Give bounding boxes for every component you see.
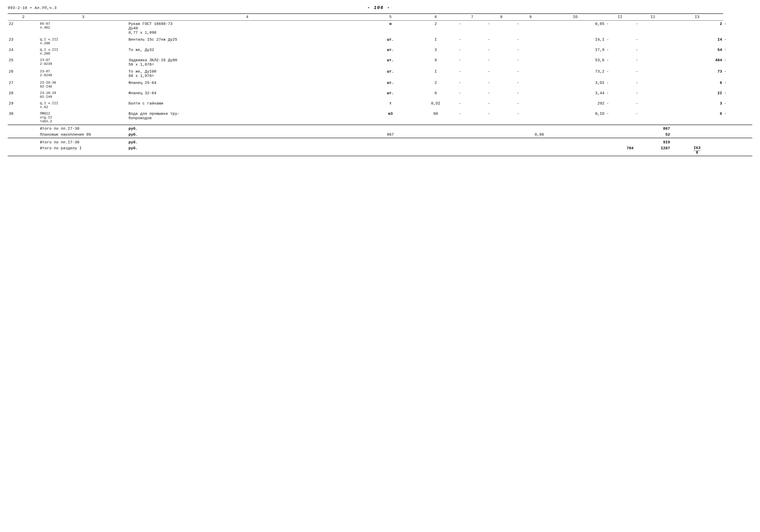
table-cell: - [487, 21, 516, 36]
table-cell: шт. [367, 68, 414, 79]
table-cell: - [487, 100, 516, 111]
header-center: - 106 - [367, 5, 390, 10]
table-cell: шт. [367, 47, 414, 57]
table-cell: 3,44 [545, 90, 605, 100]
table-cell: Вентиль I5с 27нж Ду25 [127, 36, 367, 47]
total-c8-2 [516, 146, 545, 156]
table-cell: 6 [414, 90, 457, 100]
fraction: I63 8 [693, 146, 700, 155]
table-cell: 60 [414, 111, 457, 125]
table-cell: - [457, 90, 487, 100]
table-cell: 23-072-0240 [39, 68, 127, 79]
summary-unit-2: руб. [127, 132, 367, 138]
table-cell: - [516, 90, 545, 100]
col-7: 7 [457, 14, 487, 21]
header-left: 993-2-10 • Ал.УП,ч.3 [8, 6, 57, 10]
col-4: 4 [127, 14, 367, 21]
table-cell: 23 [8, 36, 39, 47]
summary-c6-2 [414, 132, 457, 138]
table-row: 23Ц.I ч.IIIп.208Вентиль I5с 27нж Ду25шт.… [8, 36, 752, 47]
col-13: I3 [671, 14, 723, 21]
table-cell: - [487, 57, 516, 68]
summary-c8-2 [487, 132, 516, 138]
table-cell: 30 [8, 111, 39, 125]
main-table: 2 3 4 5 6 7 8 9 IO II I2 I3 2205-07п.462… [8, 13, 752, 156]
table-cell: Ц.I ч.IIIп.208 [39, 36, 127, 47]
summary-empty-2 [8, 132, 39, 138]
table-cell: м3 [367, 111, 414, 125]
col-6: 6 [414, 14, 457, 21]
table-cell: I7,9 [545, 47, 605, 57]
total-c5-1 [414, 140, 457, 146]
table-cell: - [516, 36, 545, 47]
table-cell: - [457, 68, 487, 79]
table-cell: - [723, 21, 752, 36]
summary-total-1: 867 [635, 126, 671, 132]
table-cell: 0,OI [414, 100, 457, 111]
table-cell: 27 [8, 79, 39, 90]
total-c5-2 [414, 146, 457, 156]
total-c7-2 [487, 146, 516, 156]
summary-c7 [457, 126, 487, 132]
table-cell: Рукав ГОСТ 18698-73Ду400,77 х 1,098 [127, 21, 367, 36]
table-cell: То же, ДуI0068 х 1,076= [127, 68, 367, 79]
table-cell: - [516, 47, 545, 57]
total-label-2: Итого по разделу I [39, 146, 127, 156]
total-unit-1: руб. [127, 140, 367, 146]
summary-empty [8, 126, 39, 132]
table-cell: - [487, 47, 516, 57]
total-empty-2 [8, 146, 39, 156]
col-2: 2 [8, 14, 39, 21]
table-row: 2205-07п.462Рукав ГОСТ 18698-73Ду400,77 … [8, 21, 752, 36]
table-cell: - [457, 47, 487, 57]
summary-c13-2 [671, 132, 723, 138]
col-11: II [605, 14, 635, 21]
summary-row-2: Плановые накопления 6% руб. 867 0,06 52 [8, 132, 752, 138]
col-12: I2 [635, 14, 671, 21]
table-cell: - [487, 111, 516, 125]
table-cell: 73 [671, 68, 723, 79]
total-c9-1 [545, 140, 605, 146]
fraction-numerator: I63 [693, 146, 700, 151]
table-cell: шт. [367, 57, 414, 68]
table-cell: - [605, 111, 635, 125]
table-cell: 54 [671, 47, 723, 57]
table-row: 29Ц.I ч.IIIп.62Болти с гайкамит0,OI---29… [8, 100, 752, 111]
table-cell: - [516, 100, 545, 111]
summary-c9 [516, 126, 545, 132]
table-cell: - [635, 68, 671, 79]
table-cell: 2 [671, 21, 723, 36]
table-cell: - [635, 79, 671, 90]
table-cell: - [487, 68, 516, 79]
summary-c10 [545, 126, 605, 132]
col-9: 9 [516, 14, 545, 21]
table-cell: - [457, 79, 487, 90]
table-cell: - [605, 36, 635, 47]
table-cell: 6 [671, 79, 723, 90]
table-cell: - [487, 79, 516, 90]
table-cell: - [457, 21, 487, 36]
col-5: 5 [367, 14, 414, 21]
table-cell: Вода для промывки тру-бопроводов [127, 111, 367, 125]
col-8: 8 [487, 14, 516, 21]
col-3: 3 [39, 14, 127, 21]
table-cell: - [723, 79, 752, 90]
table-cell: - [487, 36, 516, 47]
col-10: IO [545, 14, 605, 21]
table-cell: То же, Ду32 [127, 47, 367, 57]
table-cell: - [635, 21, 671, 36]
table-cell: шт. [367, 90, 414, 100]
summary-q-empty [367, 126, 414, 132]
table-cell: - [605, 47, 635, 57]
summary-total-2: 52 [635, 132, 671, 138]
table-cell: I4,I [545, 36, 605, 47]
table-cell: - [487, 90, 516, 100]
table-cell: - [635, 111, 671, 125]
total-col12-2: I287 [635, 146, 671, 156]
table-cell: - [635, 36, 671, 47]
table-cell: 26 [8, 68, 39, 79]
table-cell: Фланец 32-64 [127, 90, 367, 100]
table-cell: - [457, 36, 487, 47]
table-cell: - [723, 90, 752, 100]
table-cell: 3 [414, 47, 457, 57]
